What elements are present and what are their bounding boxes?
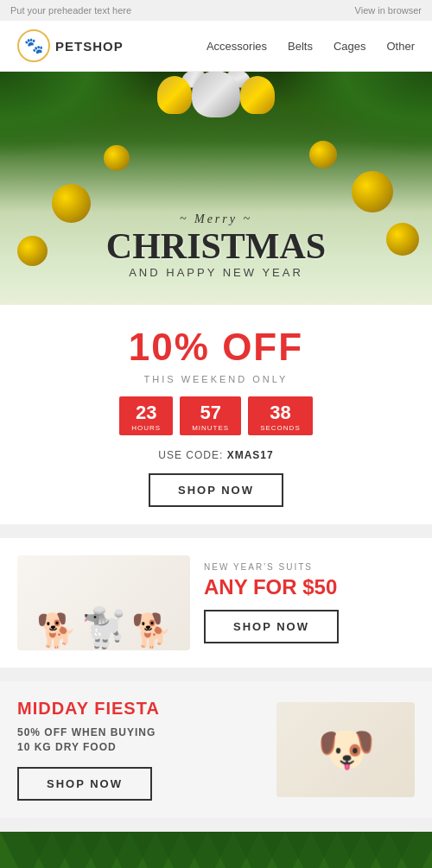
pine-footer: ❄ ❄ ❄ ❄ ❄ ❄ ❄ ❄ — [0, 832, 432, 868]
weekend-text: THIS WEEKEND ONLY — [17, 374, 415, 384]
header: 🐾 PETSHOP Accessories Belts Cages Other — [0, 21, 432, 72]
logo-icon: 🐾 — [17, 29, 50, 62]
logo-area: 🐾 PETSHOP — [17, 29, 124, 62]
bells-container — [157, 76, 275, 117]
suits-label: NEW YEAR'S SUITS — [204, 562, 415, 572]
section-gap-2 — [0, 668, 432, 681]
dog-food-image: 🐶 — [276, 702, 415, 797]
ornament-2 — [17, 236, 48, 266]
view-in-browser-link[interactable]: View in browser — [355, 5, 422, 16]
bell-right — [240, 76, 275, 114]
pet-3: 🐕 — [131, 614, 172, 647]
seconds-value: 38 — [260, 403, 301, 422]
christmas-label: CHRISTMAS — [78, 228, 354, 264]
logo-text: PETSHOP — [55, 39, 124, 54]
discount-text: 10% OFF — [17, 326, 415, 369]
pet-1: 🐕 — [36, 614, 77, 647]
bell-left — [157, 76, 192, 114]
nav-other[interactable]: Other — [386, 40, 415, 53]
suits-info: NEW YEAR'S SUITS ANY FOR $50 SHOP NOW — [204, 562, 415, 643]
hours-block: 23 HOURS — [119, 396, 173, 435]
happy-label: AND HAPPY NEW YEAR — [78, 266, 354, 279]
seconds-label: SECONDS — [260, 424, 301, 432]
hours-label: HOURS — [131, 424, 161, 432]
preheader-text: Put your preheader text here — [10, 5, 131, 16]
ornament-6 — [309, 141, 337, 168]
pet-2: 🐩 — [80, 609, 128, 647]
minutes-value: 57 — [192, 403, 229, 422]
minutes-label: MINUTES — [192, 424, 229, 432]
fiesta-section: MIDDAY FIESTA 50% OFF WHEN BUYING10 KG D… — [0, 681, 432, 818]
branch-left — [0, 72, 156, 158]
ornament-4 — [386, 223, 419, 256]
dog-food-icon: 🐶 — [317, 722, 375, 776]
fiesta-title: MIDDAY FIESTA — [17, 699, 263, 719]
shop-now-button-main[interactable]: SHOP NOW — [149, 473, 283, 507]
minutes-block: 57 MINUTES — [180, 396, 241, 435]
code-prefix: USE CODE: — [158, 449, 226, 461]
preheader: Put your preheader text here View in bro… — [0, 0, 432, 21]
fiesta-description: 50% OFF WHEN BUYING10 KG DRY FOOD — [17, 725, 263, 755]
section-gap-3 — [0, 818, 432, 832]
pets-row: 🐕 🐩 🐕 — [36, 609, 172, 650]
ornament-3 — [352, 171, 393, 212]
hero-text: ~ Merry ~ CHRISTMAS AND HAPPY NEW YEAR — [78, 212, 354, 279]
hours-value: 23 — [131, 403, 161, 422]
branch-right — [276, 72, 432, 158]
main-nav: Accessories Belts Cages Other — [206, 40, 415, 53]
hero-banner: ~ Merry ~ CHRISTMAS AND HAPPY NEW YEAR — [0, 72, 432, 305]
suits-section: 🐕 🐩 🐕 NEW YEAR'S SUITS ANY FOR $50 SHOP … — [0, 538, 432, 668]
ornament-5 — [104, 145, 130, 171]
merry-label: ~ Merry ~ — [78, 212, 354, 226]
bell-center — [192, 72, 240, 117]
suits-price: ANY FOR $50 — [204, 575, 415, 599]
seconds-block: 38 SECONDS — [248, 396, 313, 435]
nav-belts[interactable]: Belts — [288, 40, 313, 53]
fiesta-info: MIDDAY FIESTA 50% OFF WHEN BUYING10 KG D… — [17, 699, 263, 801]
section-gap-1 — [0, 524, 432, 538]
nav-cages[interactable]: Cages — [334, 40, 366, 53]
offer-section: 10% OFF THIS WEEKEND ONLY 23 HOURS 57 MI… — [0, 305, 432, 524]
promo-code-text: USE CODE: XMAS17 — [17, 449, 415, 461]
promo-code: XMAS17 — [227, 449, 274, 461]
pet-icon: 🐾 — [24, 36, 43, 55]
pine-needles — [0, 832, 432, 868]
nav-accessories[interactable]: Accessories — [206, 40, 267, 53]
pets-image: 🐕 🐩 🐕 — [17, 555, 190, 650]
shop-now-button-suits[interactable]: SHOP NOW — [204, 610, 339, 643]
shop-now-button-fiesta[interactable]: SHOP NOW — [17, 767, 152, 801]
countdown-timer: 23 HOURS 57 MINUTES 38 SECONDS — [17, 396, 415, 435]
